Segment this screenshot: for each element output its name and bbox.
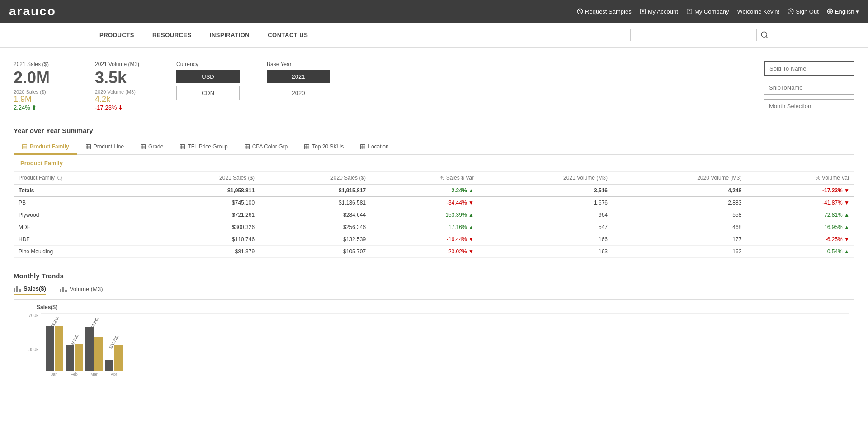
cell-name: Totals <box>14 185 148 197</box>
sales-2020-label: 2020 Sales ($) <box>14 89 77 95</box>
sign-out-link[interactable]: Sign Out <box>788 8 819 15</box>
svg-point-10 <box>761 32 767 37</box>
sales-2021-label: 2021 Sales ($) <box>14 61 77 67</box>
sold-to-name-input[interactable] <box>764 61 854 76</box>
bar-apr-orange <box>114 345 123 371</box>
request-samples-link[interactable]: Request Samples <box>577 8 632 15</box>
language-selector[interactable]: English ▾ <box>827 8 859 15</box>
nav-resources[interactable]: RESOURCES <box>152 32 192 38</box>
cell-name: Plywood <box>14 209 148 221</box>
svg-rect-12 <box>23 144 27 149</box>
top-nav-links: Request Samples My Account My Company We… <box>577 8 859 15</box>
tab-product-line[interactable]: Product Line <box>77 140 132 155</box>
cell-v2020: 2,883 <box>612 197 746 209</box>
currency-cdn-btn[interactable]: CDN <box>176 86 240 100</box>
svg-rect-5 <box>687 9 692 14</box>
cell-v2020: 468 <box>612 221 746 233</box>
monthly-title: Monthly Trends <box>14 272 854 280</box>
cell-svar: 17.16% ▲ <box>370 221 478 233</box>
svg-line-1 <box>578 10 582 13</box>
table-row: PB $745,100 $1,136,581 -34.44% ▼ 1,676 2… <box>14 197 854 209</box>
cell-v2020: 162 <box>612 246 746 258</box>
cell-s2021: $721,261 <box>148 209 259 221</box>
month-selection-input[interactable] <box>764 99 854 113</box>
tab-top20-skus[interactable]: Top 20 SKUs <box>296 140 352 155</box>
cell-s2020: $284,644 <box>259 209 370 221</box>
currency-block: Currency USD CDN <box>176 61 249 100</box>
svg-rect-24 <box>180 144 185 149</box>
cell-v2021: 3,516 <box>478 185 612 197</box>
volume-stat-block: 2021 Volume (M3) 3.5k 2020 Volume (M3) 4… <box>95 61 158 111</box>
table-row: Pine Moulding $81,379 $105,707 -23.02% ▼… <box>14 246 854 258</box>
cell-v2020: 558 <box>612 209 746 221</box>
tab-grade[interactable]: Grade <box>132 140 171 155</box>
cell-vvar: 72.81% ▲ <box>746 209 854 221</box>
cell-s2021: $745,100 <box>148 197 259 209</box>
table-inner-title: Product Family <box>14 155 854 172</box>
currency-usd-btn[interactable]: USD <box>176 70 240 83</box>
my-company-link[interactable]: My Company <box>686 8 729 15</box>
cell-svar: -23.02% ▼ <box>370 246 478 258</box>
nav-products[interactable]: PRODUCTS <box>99 32 134 38</box>
sales-up-icon: ⬆ <box>32 104 37 111</box>
cell-s2020: $256,346 <box>259 221 370 233</box>
col-product-family: Product Family <box>14 172 148 185</box>
cell-s2020: $132,539 <box>259 233 370 246</box>
chart-tabs: Sales($) Volume (M3) <box>14 285 854 295</box>
svg-rect-28 <box>245 144 249 149</box>
base-year-2021-btn[interactable]: 2021 <box>267 70 330 83</box>
col-search-icon[interactable] <box>57 175 63 181</box>
sales-change: 2.24% ⬆ <box>14 104 77 111</box>
volume-change: -17.23% ⬇ <box>95 104 158 111</box>
tab-tfl-price-group[interactable]: TFL Price Group <box>171 140 236 155</box>
welcome-text: Welcome Kevin! <box>737 8 779 15</box>
summary-section: Year over Year Summary Product Family Pr… <box>14 127 854 258</box>
cell-s2020: $1,915,817 <box>259 185 370 197</box>
svg-rect-32 <box>305 144 309 149</box>
volume-2021-label: 2021 Volume (M3) <box>95 61 158 67</box>
volume-2020-value: 4.2k <box>95 95 158 104</box>
search-icon[interactable] <box>760 31 769 39</box>
table-row: MDF $300,326 $256,346 17.16% ▲ 547 468 1… <box>14 221 854 233</box>
bar-jan-dark <box>46 326 54 371</box>
nav-search-area <box>630 29 769 41</box>
chart-sales-label: Sales($) <box>19 304 849 310</box>
cell-v2021: 166 <box>478 233 612 246</box>
currency-btn-group: USD CDN <box>176 70 249 100</box>
ship-to-name-input[interactable] <box>764 81 854 95</box>
cell-name: PB <box>14 197 148 209</box>
bar-mar-dark <box>85 327 94 371</box>
svg-line-11 <box>766 36 767 38</box>
volume-chart-icon <box>60 286 67 292</box>
col-volume-var: % Volume Var <box>746 172 854 185</box>
col-2020-sales: 2020 Sales ($) <box>259 172 370 185</box>
cell-v2021: 547 <box>478 221 612 233</box>
cell-v2021: 964 <box>478 209 612 221</box>
tab-cpa-color-grp[interactable]: CPA Color Grp <box>236 140 296 155</box>
nav-inspiration[interactable]: INSPIRATION <box>210 32 250 38</box>
volume-2020-label: 2020 Volume (M3) <box>95 89 158 95</box>
col-2021-volume: 2021 Volume (M3) <box>478 172 612 185</box>
table-row: HDF $110,746 $132,539 -16.44% ▼ 166 177 … <box>14 233 854 246</box>
my-account-link[interactable]: My Account <box>640 8 678 15</box>
search-input[interactable] <box>630 29 757 41</box>
nav-contact[interactable]: CONTACT US <box>268 32 308 38</box>
svg-rect-16 <box>86 144 90 149</box>
signout-icon <box>788 8 794 14</box>
monthly-trends-section: Monthly Trends Sales($) Volume (M3) Sale… <box>14 272 854 395</box>
base-year-2020-btn[interactable]: 2020 <box>267 86 330 100</box>
chart-container: Sales($) 700k 350k 689 <box>14 299 854 395</box>
sales-chart-icon <box>14 286 21 292</box>
stats-row: 2021 Sales ($) 2.0M 2020 Sales ($) 1.9M … <box>14 57 854 118</box>
tab-location[interactable]: Location <box>352 140 396 155</box>
col-sales-var: % Sales $ Var <box>370 172 478 185</box>
svg-rect-20 <box>141 144 146 149</box>
cell-vvar: -6.25% ▼ <box>746 233 854 246</box>
chart-tab-volume[interactable]: Volume (M3) <box>60 285 103 295</box>
cell-svar: 153.39% ▲ <box>370 209 478 221</box>
chart-tab-sales[interactable]: Sales($) <box>14 285 46 295</box>
tab-product-family[interactable]: Product Family <box>14 140 77 155</box>
cell-v2020: 177 <box>612 233 746 246</box>
base-year-label: Base Year <box>267 61 339 67</box>
col-2021-sales: 2021 Sales ($) <box>148 172 259 185</box>
